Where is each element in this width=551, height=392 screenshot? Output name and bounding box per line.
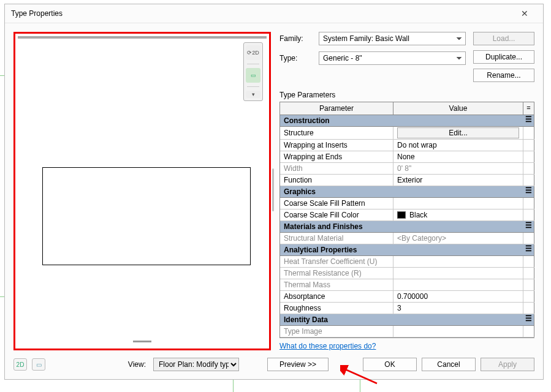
parameter-value[interactable]: None: [393, 151, 523, 162]
category-row[interactable]: Graphics☰: [280, 186, 534, 198]
parameter-name: Thermal Resistance (R): [280, 268, 393, 279]
parameter-name: Heat Transfer Coefficient (U): [280, 256, 393, 267]
preview-button[interactable]: Preview >>: [267, 358, 329, 371]
collapse-icon[interactable]: ☰: [523, 221, 534, 232]
parameter-eq: [523, 175, 534, 186]
parameter-row[interactable]: Roughness3: [280, 303, 534, 314]
category-name: Identity Data: [280, 314, 523, 325]
parameter-row: Heat Transfer Coefficient (U): [280, 256, 534, 268]
ok-button[interactable]: OK: [363, 358, 417, 371]
parameter-eq: [523, 326, 534, 337]
parameter-row[interactable]: Absorptance0.700000: [280, 291, 534, 303]
preview-frame: ⟳2D ▭ ▾: [13, 32, 271, 350]
parameter-value[interactable]: 0.700000: [393, 291, 523, 302]
collapse-icon[interactable]: ☰: [523, 186, 534, 197]
col-header-parameter[interactable]: Parameter: [280, 102, 393, 115]
parameter-row[interactable]: Wrapping at InsertsDo not wrap: [280, 140, 534, 151]
parameter-name: Coarse Scale Fill Pattern: [280, 198, 393, 209]
collapse-icon[interactable]: ☰: [523, 244, 534, 255]
parameter-row[interactable]: Wrapping at EndsNone: [280, 151, 534, 163]
parameter-eq: [523, 209, 534, 221]
col-header-equals[interactable]: =: [523, 102, 534, 115]
parameter-eq: [523, 140, 534, 151]
duplicate-button[interactable]: Duplicate...: [473, 50, 534, 64]
parameter-name: Coarse Scale Fill Color: [280, 209, 393, 221]
zoom-region-icon[interactable]: ▭: [246, 68, 260, 83]
parameter-eq: [523, 151, 534, 162]
splitter-handle[interactable]: [133, 341, 151, 342]
parameter-name: Roughness: [280, 303, 393, 314]
parameter-eq: [523, 303, 534, 314]
category-name: Analytical Properties: [280, 244, 523, 255]
parameter-eq: [523, 163, 534, 174]
parameter-table: Parameter Value = Construction☰Structure…: [279, 102, 534, 338]
category-row[interactable]: Analytical Properties☰: [280, 244, 534, 256]
type-properties-dialog: Type Properties ✕ ⟳2D ▭ ▾: [4, 4, 544, 380]
category-row[interactable]: Identity Data☰: [280, 314, 534, 326]
parameter-eq: [523, 233, 534, 244]
type-parameters-label: Type Parameters: [279, 91, 534, 99]
parameter-value: [393, 279, 523, 290]
view-3d-icon[interactable]: ▭: [32, 358, 45, 371]
viewcube-2d-icon[interactable]: ⟳2D: [246, 45, 260, 60]
cancel-button[interactable]: Cancel: [422, 358, 476, 371]
view-2d-icon[interactable]: 2D: [13, 358, 27, 371]
parameter-eq: [523, 291, 534, 302]
load-button: Load...: [473, 32, 534, 45]
parameter-value: [393, 256, 523, 267]
parameter-value[interactable]: Do not wrap: [393, 140, 523, 151]
parameter-value[interactable]: [393, 198, 523, 209]
parameter-eq: [523, 256, 534, 267]
category-name: Graphics: [280, 186, 523, 197]
parameter-name: Structural Material: [280, 233, 393, 244]
parameter-value: <By Category>: [393, 233, 523, 244]
parameter-row[interactable]: Coarse Scale Fill Pattern: [280, 198, 534, 209]
parameter-row[interactable]: FunctionExterior: [280, 175, 534, 186]
parameter-eq: [523, 127, 534, 139]
family-label: Family:: [279, 34, 311, 43]
viewcube-panel[interactable]: ⟳2D ▭ ▾: [243, 42, 263, 101]
titlebar: Type Properties ✕: [5, 4, 543, 23]
col-header-value[interactable]: Value: [393, 102, 523, 115]
category-name: Construction: [280, 115, 523, 126]
type-label: Type:: [279, 54, 311, 62]
parameter-value[interactable]: 3: [393, 303, 523, 314]
preview-pane: ⟳2D ▭ ▾: [13, 32, 271, 350]
parameter-eq: [523, 198, 534, 209]
parameter-name: Function: [280, 175, 393, 186]
parameter-value[interactable]: Edit...: [393, 127, 523, 139]
view-select[interactable]: Floor Plan: Modify typ: [153, 358, 239, 371]
parameter-eq: [523, 279, 534, 290]
parameter-value[interactable]: Exterior: [393, 175, 523, 186]
category-row[interactable]: Construction☰: [280, 115, 534, 127]
parameter-name: Width: [280, 163, 393, 174]
chevron-down-icon[interactable]: ▾: [246, 91, 260, 98]
parameter-row[interactable]: Coarse Scale Fill ColorBlack: [280, 209, 534, 221]
rename-button[interactable]: Rename...: [473, 69, 534, 82]
help-link[interactable]: What do these properties do?: [279, 342, 534, 350]
parameter-row[interactable]: StructureEdit...: [280, 127, 534, 140]
preview-geometry: [42, 167, 251, 265]
close-icon[interactable]: ✕: [512, 9, 537, 18]
parameter-name: Wrapping at Inserts: [280, 140, 393, 151]
category-row[interactable]: Materials and Finishes☰: [280, 221, 534, 233]
parameter-row: Structural Material<By Category>: [280, 233, 534, 244]
collapse-icon[interactable]: ☰: [523, 115, 534, 126]
preview-scrollbar[interactable]: [272, 168, 274, 211]
parameter-value[interactable]: Black: [393, 209, 523, 221]
dialog-footer: 2D ▭ View: Floor Plan: Modify typ Previe…: [5, 353, 543, 379]
apply-button: Apply: [481, 358, 534, 371]
type-select[interactable]: Generic - 8": [319, 51, 466, 65]
window-title: Type Properties: [11, 9, 512, 18]
parameter-value: [393, 326, 523, 337]
parameter-name: Structure: [280, 127, 393, 139]
edit-button[interactable]: Edit...: [397, 127, 519, 138]
color-swatch: [397, 211, 406, 219]
parameter-name: Type Image: [280, 326, 393, 337]
parameter-name: Thermal Mass: [280, 279, 393, 290]
parameter-name: Absorptance: [280, 291, 393, 302]
parameter-row: Thermal Mass: [280, 279, 534, 291]
collapse-icon[interactable]: ☰: [523, 314, 534, 325]
family-select[interactable]: System Family: Basic Wall: [319, 32, 466, 45]
parameter-row: Type Image: [280, 326, 534, 337]
